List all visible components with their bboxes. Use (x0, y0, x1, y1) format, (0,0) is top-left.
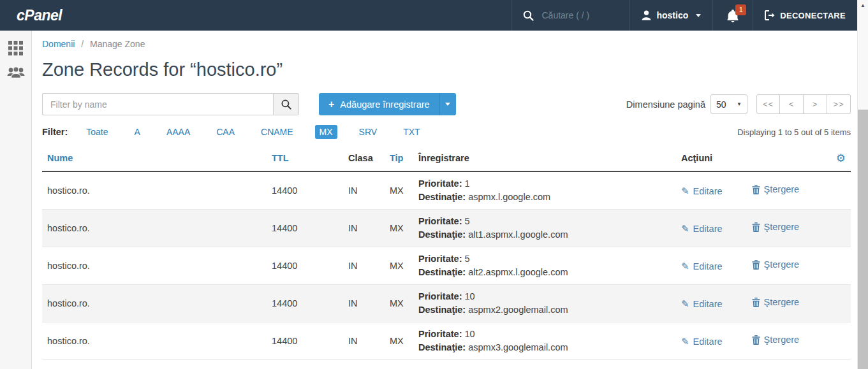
breadcrumb-current: Manage Zone (90, 39, 145, 49)
pencil-icon: ✎ (681, 336, 689, 347)
edit-label: Editare (693, 299, 723, 309)
filter-search-button[interactable] (273, 93, 299, 115)
chevron-down-icon (445, 103, 450, 106)
record-type: MX (385, 247, 413, 285)
logout-label: DECONECTARE (780, 11, 846, 20)
record-ttl: 14400 (267, 210, 343, 247)
table-row: hostico.ro. 14400 IN MX Prioritate: 5 De… (42, 210, 851, 247)
filter-toate[interactable]: Toate (82, 125, 112, 139)
edit-record-link[interactable]: ✎Editare (681, 336, 723, 347)
breadcrumb: Domenii / Manage Zone (42, 39, 851, 49)
delete-record-link[interactable]: Ştergere (752, 297, 800, 307)
edit-label: Editare (693, 186, 723, 196)
breadcrumb-link-domenii[interactable]: Domenii (42, 39, 75, 49)
search-icon (523, 10, 534, 21)
record-name: hostico.ro. (42, 247, 267, 285)
record-actions: ✎Editare Ştergere (676, 322, 823, 360)
delete-label: Ştergere (764, 222, 800, 232)
row-spacer (823, 210, 851, 247)
priority-value: 10 (465, 291, 475, 301)
filter-srv[interactable]: SRV (355, 125, 382, 139)
filters-label: Filter: (42, 127, 68, 137)
priority-label: Prioritate: (418, 254, 462, 264)
destination-label: Destinaţie: (418, 229, 466, 240)
add-record-dropdown-toggle[interactable] (439, 93, 456, 115)
nav-search-input[interactable] (541, 10, 618, 20)
record-actions: ✎Editare Ştergere (676, 285, 823, 322)
toolbar: + Adăugare înregistrare Dimensiune pagin… (42, 93, 851, 115)
add-record-button[interactable]: + Adăugare înregistrare (319, 93, 439, 115)
logout-button[interactable]: DECONECTARE (753, 0, 857, 31)
zone-records-table: Nume TTL Clasa Tip Înregistrare Acţiuni … (42, 145, 851, 360)
edit-record-link[interactable]: ✎Editare (681, 298, 723, 310)
username: hostico (656, 10, 688, 20)
pager-next-button[interactable]: > (804, 94, 827, 114)
filter-by-name-input[interactable] (42, 93, 273, 115)
pager-last-button[interactable]: >> (827, 94, 851, 114)
pager-prev-button[interactable]: < (780, 94, 804, 114)
delete-record-link[interactable]: Ştergere (752, 259, 800, 270)
apps-grid-icon[interactable] (8, 41, 23, 55)
add-record-split-button: + Adăugare înregistrare (319, 93, 456, 115)
user-menu[interactable]: hostico (629, 0, 712, 31)
column-header-ttl[interactable]: TTL (267, 145, 343, 171)
priority-value: 1 (465, 178, 470, 189)
column-header-actiuni: Acţiuni (676, 145, 823, 171)
destination-value: alt1.aspmx.l.google.com (468, 229, 568, 240)
table-row: hostico.ro. 14400 IN MX Prioritate: 1 De… (42, 171, 851, 210)
page-size-select[interactable]: 50 ▼ (710, 94, 747, 114)
top-nav-right: hostico 1 DECONECTARE (511, 0, 857, 31)
pencil-icon: ✎ (681, 185, 689, 197)
scrollbar-thumb[interactable] (858, 110, 868, 369)
table-header-row: Nume TTL Clasa Tip Înregistrare Acţiuni … (42, 145, 851, 171)
delete-record-link[interactable]: Ştergere (752, 184, 800, 194)
record-content: Prioritate: 10 Destinaţie: aspmx3.google… (413, 322, 676, 360)
filter-caa[interactable]: CAA (212, 125, 239, 139)
edit-record-link[interactable]: ✎Editare (681, 261, 723, 272)
record-content: Prioritate: 1 Destinaţie: aspmx.l.google… (413, 171, 676, 210)
edit-label: Editare (693, 224, 723, 234)
table-row: hostico.ro. 14400 IN MX Prioritate: 10 D… (42, 285, 851, 322)
cpanel-app: cPanel hostico 1 (0, 0, 868, 369)
edit-record-link[interactable]: ✎Editare (681, 185, 723, 197)
users-group-icon[interactable] (7, 66, 25, 80)
vertical-scrollbar[interactable]: ▲ (857, 0, 868, 369)
destination-value: alt2.aspmx.l.google.com (468, 267, 568, 277)
record-actions: ✎Editare Ştergere (676, 247, 823, 285)
delete-record-link[interactable]: Ştergere (752, 222, 800, 232)
filter-by-name-group (42, 93, 299, 115)
column-header-inregistrare: Înregistrare (413, 145, 676, 171)
delete-label: Ştergere (764, 184, 800, 194)
record-type-filters: Filter: Toate A AAAA CAA CNAME MX SRV TX… (42, 125, 851, 139)
destination-value: aspmx2.googlemail.com (468, 305, 568, 315)
filter-a[interactable]: A (130, 125, 145, 139)
pager-first-button[interactable]: << (756, 94, 780, 114)
trash-icon (752, 335, 760, 345)
scrollbar-up-arrow-icon[interactable]: ▲ (858, 0, 868, 11)
column-header-tip[interactable]: Tip (385, 145, 413, 171)
edit-record-link[interactable]: ✎Editare (681, 223, 723, 235)
priority-label: Prioritate: (418, 329, 462, 339)
trash-icon (752, 222, 760, 232)
pager: << < > >> (756, 94, 851, 114)
record-actions: ✎Editare Ştergere (676, 171, 823, 210)
filter-txt[interactable]: TXT (399, 125, 424, 139)
page-size-label: Dimensiune pagină (626, 99, 705, 110)
filter-aaaa[interactable]: AAAA (162, 125, 195, 139)
destination-label: Destinaţie: (418, 192, 466, 202)
filter-mx-active[interactable]: MX (315, 125, 337, 139)
logout-icon (765, 10, 776, 20)
record-content: Prioritate: 5 Destinaţie: alt2.aspmx.l.g… (413, 247, 676, 285)
record-ttl: 14400 (267, 322, 343, 360)
delete-record-link[interactable]: Ştergere (752, 335, 800, 345)
pagination-controls: Dimensiune pagină 50 ▼ << < > >> (626, 94, 851, 114)
filter-cname[interactable]: CNAME (256, 125, 298, 139)
record-class: IN (343, 210, 385, 247)
notifications-button[interactable]: 1 (712, 0, 753, 31)
column-header-nume[interactable]: Nume (42, 145, 267, 171)
user-icon (642, 10, 651, 20)
gear-icon[interactable]: ⚙ (836, 152, 846, 164)
record-ttl: 14400 (267, 247, 343, 285)
main-content: Domenii / Manage Zone Zone Records for “… (33, 31, 857, 369)
record-type: MX (385, 285, 413, 322)
